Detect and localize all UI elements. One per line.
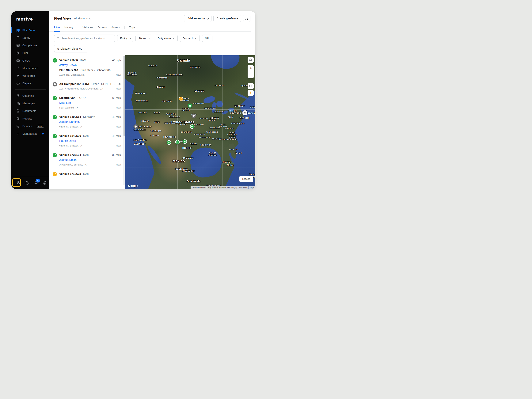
vehicle-speed: 35 mph bbox=[112, 153, 121, 156]
sidebar-item-label: Fleet View bbox=[22, 29, 35, 32]
sidebar-item-fleet-view[interactable]: Fleet View bbox=[11, 26, 49, 34]
sidebar-item-dispatch[interactable]: Dispatch bbox=[11, 80, 49, 87]
filter-duty-status[interactable]: Duty status bbox=[155, 35, 178, 42]
tab-live[interactable]: Live bbox=[54, 26, 60, 32]
map-canvas[interactable]: CanadaALBERTAMANITOBASASKATCHEWANBRITISH… bbox=[125, 55, 255, 189]
vehicle-status-icon bbox=[53, 96, 57, 100]
sidebar-item-marketplace[interactable]: Marketplace bbox=[11, 130, 49, 138]
map-marker-green-truck[interactable] bbox=[175, 140, 180, 144]
map-label-region: IDAHO bbox=[154, 112, 160, 114]
vehicle-name: Vehicle 1840590 bbox=[59, 134, 81, 137]
layers-button[interactable] bbox=[247, 57, 254, 63]
map-marker-gray-truck[interactable] bbox=[242, 110, 247, 115]
sidebar-item-safety[interactable]: Safety bbox=[11, 34, 49, 42]
tab-trips[interactable]: Trips bbox=[129, 26, 135, 32]
vehicle-make: Other · ULINE H-… bbox=[91, 82, 116, 86]
map-label-region: MANITOBA bbox=[190, 66, 201, 68]
map-label-region: ARKANSAS bbox=[194, 133, 205, 135]
vehicle-location: 11777 Flynn Road North, Livermore, CA bbox=[59, 87, 103, 90]
scrollbar-down-arrow[interactable]: ▼ bbox=[123, 186, 125, 189]
driver-link[interactable]: Jeffrey Brown bbox=[59, 63, 76, 66]
sidebar-item-messages[interactable]: Messages bbox=[11, 100, 49, 107]
sidebar-item-documents[interactable]: Documents bbox=[11, 107, 49, 115]
vehicle-name: Air Compressor C-451 bbox=[59, 82, 89, 86]
map-label-city: •Vancouver bbox=[135, 92, 146, 95]
map-label-region: MONTANA bbox=[162, 100, 172, 102]
tab-history[interactable]: History bbox=[64, 26, 73, 32]
sidebar-item-cards[interactable]: Cards bbox=[11, 57, 49, 64]
account-button[interactable] bbox=[40, 181, 49, 185]
map-marker-orange-rew[interactable] bbox=[179, 97, 183, 101]
vehicle-speed: 45 mph bbox=[112, 115, 121, 118]
search-input[interactable] bbox=[61, 37, 113, 40]
manage-access-button[interactable] bbox=[243, 15, 250, 22]
driver-link[interactable]: Mike Lee bbox=[59, 101, 71, 104]
zoom-in-button[interactable]: + bbox=[247, 65, 254, 72]
vehicle-row[interactable]: Air Compressor C-451Other · ULINE H-…117… bbox=[49, 79, 125, 93]
list-scrollbar[interactable] bbox=[123, 56, 125, 185]
map-marker-gray-ring[interactable] bbox=[191, 114, 196, 118]
sidebar-item-workforce[interactable]: Workforce bbox=[11, 72, 49, 80]
last-update-time: Now bbox=[116, 125, 121, 128]
group-selector-label: All Groups bbox=[74, 17, 88, 20]
vehicle-status-icon bbox=[53, 134, 57, 138]
vehicle-row[interactable]: Vehicle 1718603RAM bbox=[49, 169, 125, 179]
sidebar-item-coaching[interactable]: Coaching bbox=[11, 92, 49, 100]
sort-dispatch-distance[interactable]: ↑↓ Dispatch distance bbox=[54, 45, 88, 52]
map-label-country-sm: Guatemala bbox=[187, 180, 200, 183]
zoom-out-button[interactable]: − bbox=[247, 72, 254, 78]
add-entity-button[interactable]: Add an entity bbox=[184, 15, 211, 22]
sidebar-item-fuel[interactable]: Fuel bbox=[11, 49, 49, 57]
vehicle-row[interactable]: Vehicle 20586RAM43 mphJeffrey BrownSkid … bbox=[49, 55, 125, 79]
map-marker-green-ring[interactable] bbox=[188, 104, 192, 108]
fullscreen-button[interactable] bbox=[247, 83, 254, 89]
map-marker-gray-ring[interactable] bbox=[133, 124, 138, 129]
map-label-region: MISSISSIPPI bbox=[199, 136, 210, 138]
group-selector[interactable]: All Groups bbox=[74, 17, 91, 20]
driver-link[interactable]: Patrick Davis bbox=[59, 139, 76, 142]
filter-dispatch[interactable]: Dispatch bbox=[180, 35, 200, 42]
vehicle-name: Vehicle 1490514 bbox=[59, 115, 81, 118]
shield-icon bbox=[16, 36, 20, 40]
map-marker-green-truck[interactable] bbox=[190, 124, 194, 129]
person-icon bbox=[16, 74, 20, 78]
last-update-time: Now bbox=[116, 163, 121, 166]
vehicle-speed: 43 mph bbox=[112, 59, 121, 62]
sidebar-item-reports[interactable]: Reports bbox=[11, 115, 49, 122]
asset-device-icon bbox=[118, 83, 121, 85]
map-marker-green-dot[interactable] bbox=[182, 139, 187, 144]
vehicle-row[interactable]: Electric VanFORD63 mphMike LeeI 20, Warf… bbox=[49, 93, 125, 112]
admin-settings-button[interactable] bbox=[14, 181, 23, 185]
pegman-button[interactable] bbox=[247, 90, 254, 96]
notifications-button[interactable]: 40 bbox=[32, 181, 40, 185]
vehicle-row-body: Vehicle 1840590RAM43 mphPatrick Davis650… bbox=[59, 134, 121, 147]
help-button[interactable] bbox=[23, 181, 32, 185]
vehicle-make: Kenworth bbox=[83, 115, 95, 118]
map-icon bbox=[16, 28, 20, 32]
vehicle-row[interactable]: Vehicle 1726184RAM35 mphJoshua SmithAirw… bbox=[49, 150, 125, 169]
vehicle-row[interactable]: Vehicle 1490514Kenworth45 mphJoseph Sanc… bbox=[49, 112, 125, 131]
driver-link[interactable]: Joshua Smith bbox=[59, 158, 76, 161]
keyboard-shortcuts-link[interactable]: Keyboard shortcuts bbox=[190, 186, 207, 189]
tab-drivers[interactable]: Drivers bbox=[98, 26, 107, 32]
tab-vehicles[interactable]: Vehicles bbox=[83, 26, 93, 32]
vehicle-row[interactable]: Vehicle 1840590RAM43 mphPatrick Davis650… bbox=[49, 131, 125, 150]
filter-entity[interactable]: Entity bbox=[117, 35, 133, 42]
graticule-line bbox=[177, 55, 178, 189]
create-geofence-button[interactable]: Create geofence bbox=[213, 15, 241, 22]
sidebar-item-compliance[interactable]: Compliance bbox=[11, 42, 49, 49]
terms-link[interactable]: Terms bbox=[249, 186, 255, 189]
filter-status[interactable]: Status bbox=[135, 35, 152, 42]
sidebar-item-devices[interactable]: DevicesNEW bbox=[11, 122, 49, 130]
vehicle-status-icon bbox=[53, 172, 57, 176]
map-marker-green-nav[interactable] bbox=[167, 140, 171, 145]
graticule-line bbox=[125, 168, 255, 168]
tab-assets[interactable]: Assets bbox=[111, 26, 120, 32]
scrollbar-thumb[interactable] bbox=[124, 56, 125, 136]
driver-link[interactable]: Joseph Sanchez bbox=[59, 120, 80, 123]
map-data-text: Map data ©2025 Google, INEGI Imagery ©20… bbox=[207, 186, 248, 189]
vehicle-speed: 43 mph bbox=[112, 134, 121, 137]
filter-mil[interactable]: MIL bbox=[202, 35, 212, 42]
legend-button[interactable]: Legend bbox=[239, 176, 253, 182]
sidebar-item-maintenance[interactable]: Maintenance bbox=[11, 64, 49, 72]
